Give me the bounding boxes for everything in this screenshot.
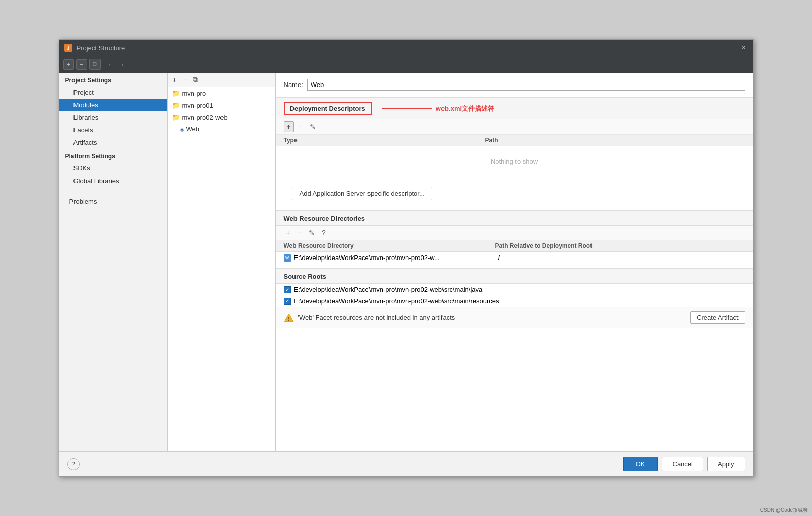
wrd-remove-button[interactable]: −	[295, 228, 304, 238]
deployment-add-button[interactable]: +	[284, 121, 294, 132]
main-content: Project Settings Project Modules Librari…	[59, 73, 753, 451]
sidebar-item-problems[interactable]: Problems	[59, 195, 167, 208]
sidebar-item-global-libraries[interactable]: Global Libraries	[59, 175, 167, 187]
name-input[interactable]	[307, 79, 745, 91]
cancel-button[interactable]: Cancel	[662, 457, 703, 471]
source-checkbox-1[interactable]	[284, 298, 291, 305]
content-panel: Name: Deployment Descriptors web.xml文件描述…	[276, 73, 753, 451]
path-column-header: Path	[485, 137, 745, 144]
source-checkbox-0[interactable]	[284, 286, 291, 293]
close-button[interactable]: ×	[739, 43, 748, 52]
title-bar: J Project Structure ×	[59, 40, 753, 56]
copy-toolbar-button[interactable]: ⧉	[89, 59, 101, 70]
ok-button[interactable]: OK	[623, 457, 658, 471]
type-column-header: Type	[284, 137, 485, 144]
project-structure-dialog: J Project Structure × + − ⧉ ← → Project …	[59, 39, 754, 477]
remove-toolbar-button[interactable]: −	[76, 59, 87, 70]
apply-button[interactable]: Apply	[707, 457, 745, 471]
deployment-empty: Nothing to show	[276, 146, 753, 177]
add-descriptor-button[interactable]: Add Application Server specific descript…	[292, 187, 432, 200]
source-path-1: E:\develop\ideaWorkPace\mvn-pro\mvn-pro0…	[294, 297, 499, 305]
tree-item-mvn-pro[interactable]: 📁 mvn-pro	[168, 87, 275, 99]
sidebar-item-project[interactable]: Project	[59, 86, 167, 99]
wrd-relative: /	[498, 254, 745, 262]
dialog-title: Project Structure	[77, 44, 740, 52]
wrd-edit-button[interactable]: ✎	[306, 228, 317, 238]
create-artifact-button[interactable]: Create Artifact	[690, 311, 745, 324]
tree-remove-button[interactable]: −	[181, 75, 189, 84]
svg-text:!: !	[288, 316, 290, 322]
source-path-0: E:\develop\ideaWorkPace\mvn-pro\mvn-pro0…	[294, 286, 483, 293]
tree-item-web[interactable]: ◈ Web	[168, 123, 275, 135]
web-resource-toolbar: + − ✎ ?	[276, 226, 753, 240]
deployment-descriptors-section: Deployment Descriptors web.xml文件描述符	[276, 97, 753, 119]
wrd-add-button[interactable]: +	[284, 228, 293, 238]
warning-icon: !	[284, 313, 294, 323]
tree-copy-button[interactable]: ⧉	[191, 75, 200, 84]
sidebar-item-facets[interactable]: Facets	[59, 124, 167, 136]
wrd-col2-header: Path Relative to Deployment Root	[495, 242, 745, 249]
name-label: Name:	[284, 81, 303, 89]
deployment-toolbar: + − ✎	[276, 119, 753, 135]
main-toolbar: + − ⧉ ← →	[59, 56, 753, 73]
wrd-help-button[interactable]: ?	[319, 228, 328, 238]
project-settings-section: Project Settings	[59, 73, 167, 86]
sidebar-item-artifacts[interactable]: Artifacts	[59, 136, 167, 149]
sidebar-item-libraries[interactable]: Libraries	[59, 111, 167, 124]
platform-settings-section: Platform Settings	[59, 149, 167, 162]
forward-button[interactable]: →	[118, 61, 125, 68]
deployment-edit-button[interactable]: ✎	[307, 122, 318, 132]
add-toolbar-button[interactable]: +	[63, 59, 75, 70]
source-row-0: E:\develop\ideaWorkPace\mvn-pro\mvn-pro0…	[276, 284, 753, 295]
source-row-1: E:\develop\ideaWorkPace\mvn-pro\mvn-pro0…	[276, 295, 753, 307]
help-button[interactable]: ?	[67, 458, 80, 470]
folder-icon: 📁	[172, 101, 180, 109]
app-icon: J	[64, 44, 72, 52]
wrd-table-header: Web Resource Directory Path Relative to …	[276, 240, 753, 252]
deployment-table-header: Type Path	[276, 135, 753, 146]
wrd-row-icon: W	[284, 254, 291, 262]
back-button[interactable]: ←	[108, 61, 114, 68]
module-tree: + − ⧉ 📁 mvn-pro 📁 mvn-pro01 📁 mvn-pro02-…	[168, 73, 276, 451]
folder-icon: 📁	[172, 89, 180, 97]
name-row: Name:	[276, 73, 753, 97]
wrd-row: W E:\develop\ideaWorkPace\mvn-pro\mvn-pr…	[276, 252, 753, 264]
annotation-text: web.xml文件描述符	[382, 104, 494, 113]
watermark: CSDN @Code攻城狮	[760, 507, 808, 514]
add-descriptor-wrapper: Add Application Server specific descript…	[276, 177, 753, 210]
deployment-remove-button[interactable]: −	[296, 122, 305, 132]
sidebar-item-sdks[interactable]: SDKs	[59, 162, 167, 175]
web-module-icon: ◈	[180, 126, 184, 133]
wrd-path: E:\develop\ideaWorkPace\mvn-pro\mvn-pro0…	[294, 254, 495, 262]
warning-text: 'Web' Facet resources are not included i…	[298, 314, 687, 321]
tree-toolbar: + − ⧉	[168, 73, 275, 87]
tree-item-mvn-pro01[interactable]: 📁 mvn-pro01	[168, 99, 275, 111]
tree-add-button[interactable]: +	[171, 75, 179, 84]
sidebar: Project Settings Project Modules Librari…	[59, 73, 168, 451]
web-resource-directories-header: Web Resource Directories	[276, 210, 753, 226]
sidebar-item-modules[interactable]: Modules	[59, 99, 167, 111]
wrd-col1-header: Web Resource Directory	[284, 242, 495, 249]
folder-icon: 📁	[172, 113, 180, 121]
bottom-bar: ? OK Cancel Apply	[59, 451, 753, 476]
source-roots-header: Source Roots	[276, 268, 753, 284]
deployment-descriptors-label: Deployment Descriptors	[284, 102, 372, 115]
tree-item-mvn-pro02-web[interactable]: 📁 mvn-pro02-web	[168, 111, 275, 123]
warning-row: ! 'Web' Facet resources are not included…	[276, 307, 753, 328]
